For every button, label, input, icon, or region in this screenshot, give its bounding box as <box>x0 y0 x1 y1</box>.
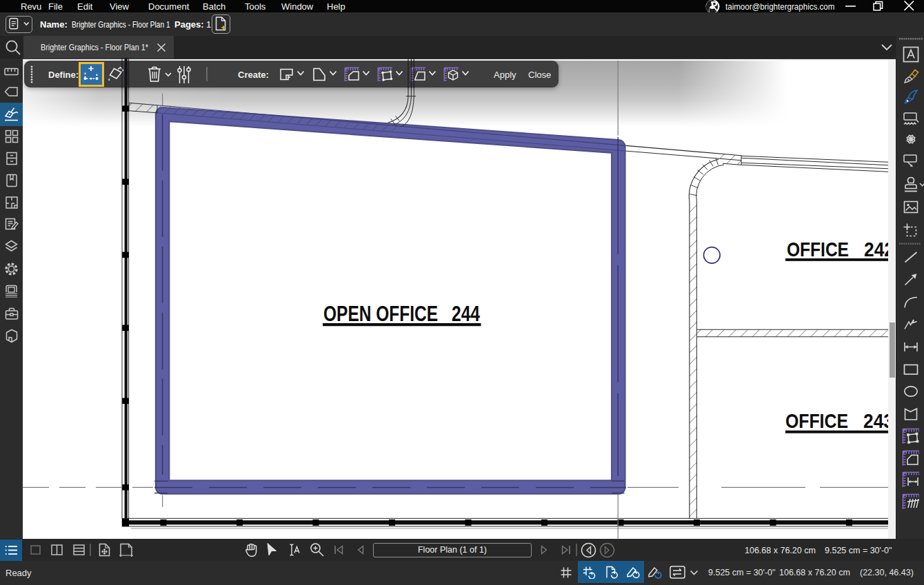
svg-text:OPEN OFFICE: OPEN OFFICE <box>323 300 438 325</box>
svg-text:243: 243 <box>863 409 888 431</box>
svg-text:OFFICE: OFFICE <box>785 409 848 431</box>
svg-text:244: 244 <box>452 300 480 325</box>
svg-text:OFFICE: OFFICE <box>787 237 849 260</box>
svg-text:242: 242 <box>864 237 888 260</box>
